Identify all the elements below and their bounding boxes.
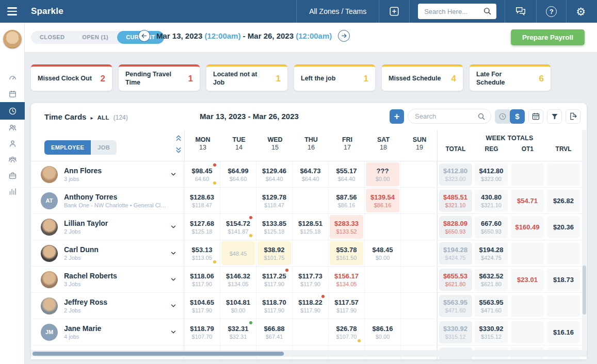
expand-chevron-icon[interactable] [170,302,177,311]
expand-chevron-icon[interactable] [170,223,177,233]
sidebar-item-team[interactable] [0,120,25,136]
day-cell-sun[interactable] [401,214,437,240]
day-cell-wed[interactable]: $129.78$118.47 [256,188,293,213]
view-tab-employee[interactable]: EMPLOYEE [44,140,91,155]
vertical-scrollbar[interactable] [582,130,586,350]
day-cell-thu[interactable] [293,240,329,266]
search-icon[interactable] [483,7,492,15]
day-cell-sun[interactable] [401,240,437,266]
day-cell-sun[interactable] [401,188,437,213]
calendar-view-button[interactable] [528,109,543,124]
alert-card-pending-travel-time[interactable]: Pending Travel Time1 [119,64,200,91]
hours-mode-button[interactable] [495,109,510,124]
day-header-tue[interactable]: TUE14 [221,130,257,161]
day-cell-mon[interactable]: $118.79$107.70 [184,319,220,345]
global-search-input[interactable] [424,8,485,15]
day-cell-thu[interactable]: $64.73$64.40 [293,161,329,187]
day-cell-wed[interactable]: $117.25$117.90 [256,267,293,292]
day-cell-tue[interactable]: $48.45 [220,240,256,266]
day-cell-wed[interactable]: $118.70$117.90 [256,293,293,319]
add-timecard-button[interactable]: + [390,109,404,124]
day-cell-sat[interactable]: $86.16$0.00 [365,319,401,345]
employee-cell[interactable]: Lillian Taylor2 Jobs [31,214,184,240]
day-cell-mon[interactable]: $127.68$125.18 [184,214,220,240]
day-cell-sat[interactable]: ???$0.00 [365,161,401,187]
day-cell-mon[interactable]: $118.06$117.90 [184,267,220,292]
day-cell-tue[interactable]: $32.31$32.31 [220,319,256,345]
day-cell-wed[interactable]: $129.46$64.40 [256,161,293,187]
search-icon[interactable] [477,112,486,121]
day-cell-thu[interactable]: $117.73$117.90 [293,267,329,292]
expand-chevron-icon[interactable] [170,276,177,285]
sidebar-item-calendar[interactable] [0,86,25,102]
prepare-payroll-button[interactable]: Prepare Payroll [511,29,585,45]
expand-chevron-icon[interactable] [170,328,177,338]
day-header-mon[interactable]: MON13 [185,130,221,161]
sort-up-icon[interactable] [175,135,182,142]
zones-teams-selector[interactable]: All Zones / Teams [296,0,379,23]
day-cell-mon[interactable]: $104.65$117.90 [184,293,220,319]
period-tab-closed[interactable]: CLOSED [31,31,73,44]
expand-chevron-icon[interactable] [170,250,177,259]
day-cell-sun[interactable] [401,161,437,187]
alert-card-late-for-schedule[interactable]: Late For Schedule6 [470,64,551,91]
vertical-scrollbar-thumb[interactable] [583,266,586,315]
sidebar-item-reports[interactable] [0,184,25,200]
day-header-thu[interactable]: THU16 [293,130,329,161]
sort-down-icon[interactable] [175,146,182,154]
alert-card-missed-clock-out[interactable]: Missed Clock Out2 [31,64,112,91]
day-cell-fri[interactable]: $26.78$107.70 [329,319,365,345]
day-cell-fri[interactable]: $117.57$117.90 [329,293,365,319]
export-button[interactable] [566,109,580,124]
day-cell-fri[interactable]: $53.78$161.50 [329,240,365,266]
day-cell-sun[interactable] [401,319,437,345]
day-cell-mon[interactable]: $53.13$113.05 [184,240,220,266]
day-cell-thu[interactable] [293,188,329,213]
settings-button[interactable]: ⚙ [566,0,597,23]
day-cell-tue[interactable]: $64.99$64.60 [220,161,256,187]
day-cell-sat[interactable]: $139.54$86.16 [365,188,401,213]
day-cell-sun[interactable] [401,267,437,292]
day-cell-sat[interactable]: $48.45$0.00 [365,240,401,266]
view-tab-job[interactable]: JOB [91,140,117,155]
day-cell-tue[interactable] [220,188,256,213]
day-header-fri[interactable]: FRI17 [329,130,365,161]
sidebar-item-user[interactable] [0,136,25,152]
sidebar-item-groups[interactable] [0,152,25,168]
employee-cell[interactable]: ATAnthony TorresBank One - NW Charlotte … [31,188,184,213]
day-cell-thu[interactable]: $118.22$117.90 [293,293,329,319]
day-cell-wed[interactable]: $133.85$125.18 [256,214,293,240]
alert-card-missed-schedule[interactable]: Missed Schedule4 [382,64,463,91]
day-cell-fri[interactable]: $55.17$64.40 [329,161,365,187]
day-cell-sat[interactable] [365,293,401,319]
expand-chevron-icon[interactable] [170,171,177,180]
day-cell-wed[interactable]: $38.92$101.75 [256,240,293,266]
profile-avatar[interactable] [3,30,22,48]
timecards-filter-all[interactable]: ALL [97,114,109,121]
employee-cell[interactable]: Jeffrey Ross2 Jobs [31,293,184,319]
day-cell-mon[interactable]: $98.4564.60 [184,161,220,187]
alert-card-left-the-job[interactable]: Left the job1 [294,64,375,91]
day-cell-mon[interactable]: $128.63$118.47 [184,188,220,213]
day-header-sun[interactable]: SUN19 [401,130,438,161]
period-tab-open-1-[interactable]: OPEN (1) [73,31,117,44]
day-header-wed[interactable]: WED15 [257,130,293,161]
dollars-mode-button[interactable]: $ [510,109,525,124]
help-button[interactable]: ? [536,0,566,23]
day-cell-thu[interactable]: $128.51$125.18 [293,214,329,240]
day-cell-sat[interactable] [365,267,401,292]
horizontal-scrollbar-thumb[interactable] [33,352,284,356]
employee-cell[interactable]: JMJane Marie4 jobs [31,319,184,345]
add-button[interactable] [379,0,410,23]
day-cell-wed[interactable]: $66.88$67.41 [256,319,293,345]
horizontal-scrollbar[interactable] [31,350,587,357]
previous-period-button[interactable] [138,30,150,42]
sidebar-item-briefcase[interactable] [0,168,25,184]
day-header-sat[interactable]: SAT18 [365,130,401,161]
day-cell-thu[interactable] [293,319,329,345]
day-cell-tue[interactable]: $104.81$0.00 [220,293,256,319]
sidebar-item-clock[interactable] [0,102,25,120]
filter-button[interactable] [547,109,562,124]
sidebar-item-dashboard[interactable] [0,70,25,86]
day-cell-sun[interactable] [401,293,437,319]
